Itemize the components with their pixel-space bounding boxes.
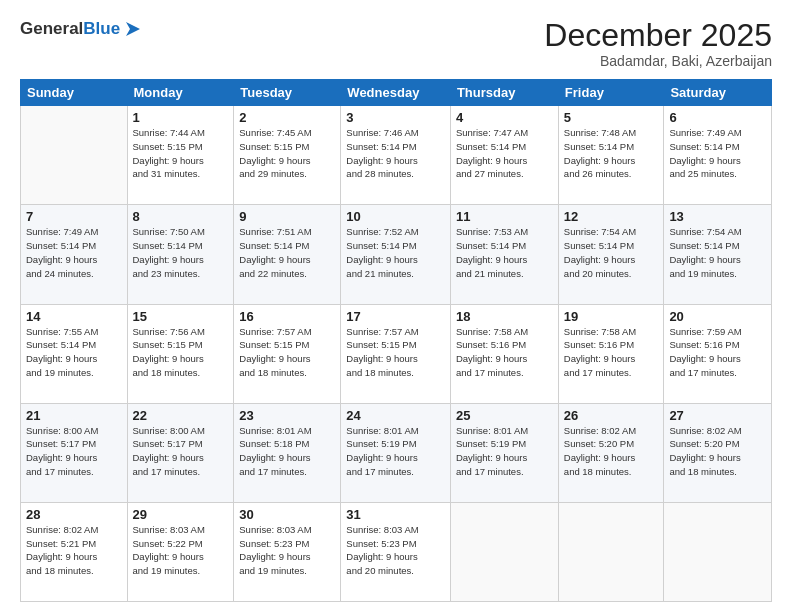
day-cell: 18Sunrise: 7:58 AM Sunset: 5:16 PM Dayli… (450, 304, 558, 403)
day-info: Sunrise: 7:51 AM Sunset: 5:14 PM Dayligh… (239, 225, 335, 280)
day-cell: 9Sunrise: 7:51 AM Sunset: 5:14 PM Daylig… (234, 205, 341, 304)
day-info: Sunrise: 7:54 AM Sunset: 5:14 PM Dayligh… (669, 225, 766, 280)
weekday-header-saturday: Saturday (664, 80, 772, 106)
day-number: 13 (669, 209, 766, 224)
day-number: 6 (669, 110, 766, 125)
day-number: 27 (669, 408, 766, 423)
day-info: Sunrise: 7:44 AM Sunset: 5:15 PM Dayligh… (133, 126, 229, 181)
day-number: 15 (133, 309, 229, 324)
day-number: 7 (26, 209, 122, 224)
day-info: Sunrise: 7:52 AM Sunset: 5:14 PM Dayligh… (346, 225, 445, 280)
day-cell: 26Sunrise: 8:02 AM Sunset: 5:20 PM Dayli… (558, 403, 664, 502)
week-row-4: 21Sunrise: 8:00 AM Sunset: 5:17 PM Dayli… (21, 403, 772, 502)
weekday-header-monday: Monday (127, 80, 234, 106)
day-number: 29 (133, 507, 229, 522)
day-cell: 10Sunrise: 7:52 AM Sunset: 5:14 PM Dayli… (341, 205, 451, 304)
day-number: 26 (564, 408, 659, 423)
day-cell: 12Sunrise: 7:54 AM Sunset: 5:14 PM Dayli… (558, 205, 664, 304)
day-info: Sunrise: 7:56 AM Sunset: 5:15 PM Dayligh… (133, 325, 229, 380)
day-info: Sunrise: 7:47 AM Sunset: 5:14 PM Dayligh… (456, 126, 553, 181)
day-number: 9 (239, 209, 335, 224)
day-cell (558, 502, 664, 601)
day-info: Sunrise: 7:48 AM Sunset: 5:14 PM Dayligh… (564, 126, 659, 181)
day-cell: 6Sunrise: 7:49 AM Sunset: 5:14 PM Daylig… (664, 106, 772, 205)
day-info: Sunrise: 8:03 AM Sunset: 5:23 PM Dayligh… (239, 523, 335, 578)
weekday-header-tuesday: Tuesday (234, 80, 341, 106)
day-cell: 7Sunrise: 7:49 AM Sunset: 5:14 PM Daylig… (21, 205, 128, 304)
weekday-header-thursday: Thursday (450, 80, 558, 106)
day-info: Sunrise: 8:01 AM Sunset: 5:19 PM Dayligh… (346, 424, 445, 479)
day-cell: 21Sunrise: 8:00 AM Sunset: 5:17 PM Dayli… (21, 403, 128, 502)
day-info: Sunrise: 7:49 AM Sunset: 5:14 PM Dayligh… (26, 225, 122, 280)
day-cell: 4Sunrise: 7:47 AM Sunset: 5:14 PM Daylig… (450, 106, 558, 205)
day-info: Sunrise: 7:57 AM Sunset: 5:15 PM Dayligh… (346, 325, 445, 380)
day-cell: 3Sunrise: 7:46 AM Sunset: 5:14 PM Daylig… (341, 106, 451, 205)
month-title: December 2025 (544, 18, 772, 53)
week-row-5: 28Sunrise: 8:02 AM Sunset: 5:21 PM Dayli… (21, 502, 772, 601)
day-info: Sunrise: 7:55 AM Sunset: 5:14 PM Dayligh… (26, 325, 122, 380)
day-info: Sunrise: 8:02 AM Sunset: 5:20 PM Dayligh… (669, 424, 766, 479)
day-info: Sunrise: 7:57 AM Sunset: 5:15 PM Dayligh… (239, 325, 335, 380)
logo-icon (122, 18, 144, 40)
weekday-header-row: SundayMondayTuesdayWednesdayThursdayFrid… (21, 80, 772, 106)
week-row-1: 1Sunrise: 7:44 AM Sunset: 5:15 PM Daylig… (21, 106, 772, 205)
logo-general: GeneralBlue (20, 19, 120, 39)
day-number: 18 (456, 309, 553, 324)
day-number: 20 (669, 309, 766, 324)
day-info: Sunrise: 7:58 AM Sunset: 5:16 PM Dayligh… (564, 325, 659, 380)
day-number: 11 (456, 209, 553, 224)
day-number: 14 (26, 309, 122, 324)
day-number: 4 (456, 110, 553, 125)
day-info: Sunrise: 8:01 AM Sunset: 5:19 PM Dayligh… (456, 424, 553, 479)
day-cell: 20Sunrise: 7:59 AM Sunset: 5:16 PM Dayli… (664, 304, 772, 403)
day-info: Sunrise: 7:59 AM Sunset: 5:16 PM Dayligh… (669, 325, 766, 380)
day-number: 21 (26, 408, 122, 423)
day-number: 5 (564, 110, 659, 125)
day-info: Sunrise: 7:54 AM Sunset: 5:14 PM Dayligh… (564, 225, 659, 280)
day-cell: 31Sunrise: 8:03 AM Sunset: 5:23 PM Dayli… (341, 502, 451, 601)
weekday-header-sunday: Sunday (21, 80, 128, 106)
day-number: 17 (346, 309, 445, 324)
day-info: Sunrise: 8:02 AM Sunset: 5:20 PM Dayligh… (564, 424, 659, 479)
day-info: Sunrise: 8:00 AM Sunset: 5:17 PM Dayligh… (133, 424, 229, 479)
week-row-3: 14Sunrise: 7:55 AM Sunset: 5:14 PM Dayli… (21, 304, 772, 403)
day-number: 24 (346, 408, 445, 423)
day-cell: 17Sunrise: 7:57 AM Sunset: 5:15 PM Dayli… (341, 304, 451, 403)
day-number: 22 (133, 408, 229, 423)
day-number: 19 (564, 309, 659, 324)
day-cell: 16Sunrise: 7:57 AM Sunset: 5:15 PM Dayli… (234, 304, 341, 403)
day-cell: 29Sunrise: 8:03 AM Sunset: 5:22 PM Dayli… (127, 502, 234, 601)
day-number: 16 (239, 309, 335, 324)
day-cell: 24Sunrise: 8:01 AM Sunset: 5:19 PM Dayli… (341, 403, 451, 502)
location: Badamdar, Baki, Azerbaijan (544, 53, 772, 69)
day-cell (664, 502, 772, 601)
day-info: Sunrise: 7:49 AM Sunset: 5:14 PM Dayligh… (669, 126, 766, 181)
weekday-header-friday: Friday (558, 80, 664, 106)
calendar-table: SundayMondayTuesdayWednesdayThursdayFrid… (20, 79, 772, 602)
day-info: Sunrise: 7:58 AM Sunset: 5:16 PM Dayligh… (456, 325, 553, 380)
day-cell: 13Sunrise: 7:54 AM Sunset: 5:14 PM Dayli… (664, 205, 772, 304)
day-number: 2 (239, 110, 335, 125)
day-number: 25 (456, 408, 553, 423)
day-number: 1 (133, 110, 229, 125)
svg-marker-0 (126, 22, 140, 36)
day-cell: 1Sunrise: 7:44 AM Sunset: 5:15 PM Daylig… (127, 106, 234, 205)
day-number: 31 (346, 507, 445, 522)
day-info: Sunrise: 8:03 AM Sunset: 5:23 PM Dayligh… (346, 523, 445, 578)
logo: GeneralBlue (20, 18, 144, 40)
day-number: 30 (239, 507, 335, 522)
day-cell: 27Sunrise: 8:02 AM Sunset: 5:20 PM Dayli… (664, 403, 772, 502)
week-row-2: 7Sunrise: 7:49 AM Sunset: 5:14 PM Daylig… (21, 205, 772, 304)
header: GeneralBlue December 2025 Badamdar, Baki… (20, 18, 772, 69)
day-info: Sunrise: 7:50 AM Sunset: 5:14 PM Dayligh… (133, 225, 229, 280)
page: GeneralBlue December 2025 Badamdar, Baki… (0, 0, 792, 612)
weekday-header-wednesday: Wednesday (341, 80, 451, 106)
day-cell: 11Sunrise: 7:53 AM Sunset: 5:14 PM Dayli… (450, 205, 558, 304)
day-number: 8 (133, 209, 229, 224)
day-cell: 2Sunrise: 7:45 AM Sunset: 5:15 PM Daylig… (234, 106, 341, 205)
day-number: 23 (239, 408, 335, 423)
day-cell (450, 502, 558, 601)
day-cell: 15Sunrise: 7:56 AM Sunset: 5:15 PM Dayli… (127, 304, 234, 403)
day-cell: 8Sunrise: 7:50 AM Sunset: 5:14 PM Daylig… (127, 205, 234, 304)
day-info: Sunrise: 8:01 AM Sunset: 5:18 PM Dayligh… (239, 424, 335, 479)
